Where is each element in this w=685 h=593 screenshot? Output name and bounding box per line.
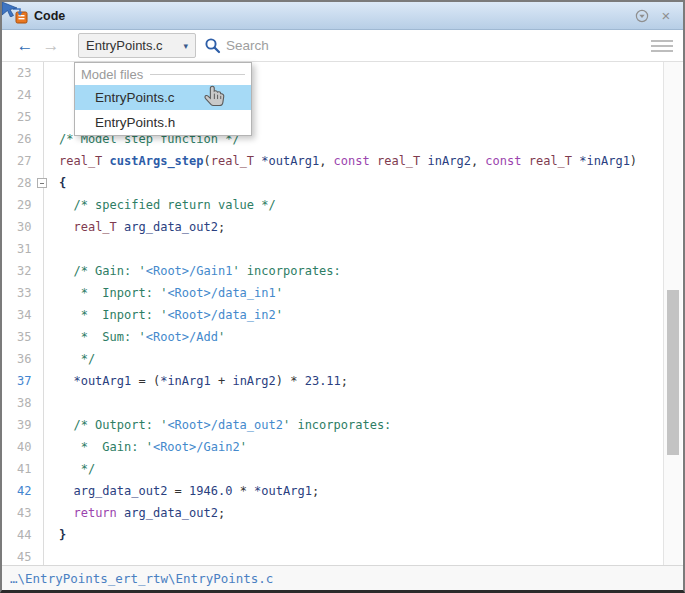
- hamburger-menu-icon[interactable]: [651, 37, 673, 55]
- code-line: 38: [2, 392, 683, 414]
- code-text[interactable]: */: [43, 458, 95, 480]
- line-number: 23: [2, 62, 43, 84]
- dropdown-group-label: Model files: [81, 67, 143, 82]
- code-text[interactable]: [43, 84, 59, 106]
- code-editor: 23242526/* Model step function */27real_…: [2, 62, 683, 565]
- code-line: 29 /* specified return value */: [2, 194, 683, 216]
- line-number: 25: [2, 106, 43, 128]
- code-line: 30 real_T arg_data_out2;: [2, 216, 683, 238]
- code-text[interactable]: * Gain: '<Root>/Gain2': [43, 436, 247, 458]
- line-number: 35: [2, 326, 43, 348]
- code-line: 41 */: [2, 458, 683, 480]
- code-text[interactable]: [43, 546, 59, 565]
- code-line: 43 return arg_data_out2;: [2, 502, 683, 524]
- line-number: 44: [2, 524, 43, 546]
- line-number: 39: [2, 414, 43, 436]
- file-dropdown-menu: Model files EntryPoints.cEntryPoints.h: [74, 62, 252, 136]
- code-line: 40 * Gain: '<Root>/Gain2': [2, 436, 683, 458]
- vertical-scrollbar[interactable]: [663, 62, 682, 565]
- line-number: 26: [2, 128, 43, 150]
- code-text[interactable]: /* specified return value */: [43, 194, 276, 216]
- file-path[interactable]: …\EntryPoints_ert_rtw\EntryPoints.c: [10, 571, 273, 586]
- dropdown-header-rule: [150, 74, 245, 75]
- code-text[interactable]: [43, 106, 59, 128]
- code-line: 31: [2, 238, 683, 260]
- fold-collapse-icon[interactable]: [37, 178, 47, 188]
- code-text[interactable]: }: [43, 524, 66, 546]
- code-line: 37 *outArg1 = (*inArg1 + inArg2) * 23.11…: [2, 370, 683, 392]
- code-line: 35 * Sum: '<Root>/Add': [2, 326, 683, 348]
- line-number: 34: [2, 304, 43, 326]
- search-input[interactable]: [226, 38, 376, 53]
- scrollbar-thumb[interactable]: [667, 290, 679, 455]
- line-number: 33: [2, 282, 43, 304]
- mouse-cursor-arrow: [2, 2, 18, 17]
- code-panel-window: Code × ← → EntryPoints.c ▾: [0, 0, 685, 593]
- line-number: 29: [2, 194, 43, 216]
- toolbar: ← → EntryPoints.c ▾: [2, 30, 683, 62]
- titlebar: Code ×: [2, 2, 683, 30]
- line-number: 27: [2, 150, 43, 172]
- code-text[interactable]: real_T arg_data_out2;: [43, 216, 225, 238]
- line-number: 45: [2, 546, 43, 565]
- code-line: 42 arg_data_out2 = 1946.0 * *outArg1;: [2, 480, 683, 502]
- dock-menu-icon[interactable]: [633, 7, 651, 25]
- code-line: 27real_T custArgs_step(real_T *outArg1, …: [2, 150, 683, 172]
- line-number: 31: [2, 238, 43, 260]
- line-number: 24: [2, 84, 43, 106]
- line-number: 32: [2, 260, 43, 282]
- hand-cursor-icon: [203, 85, 227, 112]
- close-icon[interactable]: ×: [657, 7, 675, 25]
- search-icon[interactable]: [204, 37, 221, 54]
- chevron-down-icon: ▾: [183, 41, 188, 51]
- dropdown-group-header: Model files: [75, 63, 251, 85]
- line-number: 38: [2, 392, 43, 414]
- code-text[interactable]: * Inport: '<Root>/data_in2': [43, 304, 283, 326]
- code-text[interactable]: */: [43, 348, 95, 370]
- code-line: 45: [2, 546, 683, 565]
- code-line: 44}: [2, 524, 683, 546]
- code-text[interactable]: [43, 392, 59, 414]
- code-line: 32 /* Gain: '<Root>/Gain1' incorporates:: [2, 260, 683, 282]
- line-number: 37: [2, 370, 43, 392]
- code-text[interactable]: [43, 62, 59, 84]
- code-text[interactable]: [43, 238, 59, 260]
- line-number: 40: [2, 436, 43, 458]
- line-number: 41: [2, 458, 43, 480]
- line-number: 30: [2, 216, 43, 238]
- code-line: 36 */: [2, 348, 683, 370]
- code-text[interactable]: *outArg1 = (*inArg1 + inArg2) * 23.11;: [43, 370, 348, 392]
- code-line: 34 * Inport: '<Root>/data_in2': [2, 304, 683, 326]
- line-number: 36: [2, 348, 43, 370]
- code-line: 28{: [2, 172, 683, 194]
- statusbar: …\EntryPoints_ert_rtw\EntryPoints.c: [2, 565, 683, 591]
- line-number: 42: [2, 480, 43, 502]
- forward-arrow-icon[interactable]: →: [38, 37, 64, 54]
- code-text[interactable]: return arg_data_out2;: [43, 502, 225, 524]
- code-text[interactable]: arg_data_out2 = 1946.0 * *outArg1;: [43, 480, 319, 502]
- file-selector-dropdown[interactable]: EntryPoints.c ▾: [78, 33, 196, 58]
- back-arrow-icon[interactable]: ←: [12, 37, 38, 54]
- line-number: 43: [2, 502, 43, 524]
- code-line: 33 * Inport: '<Root>/data_in1': [2, 282, 683, 304]
- dropdown-item-EntryPoints.h[interactable]: EntryPoints.h: [75, 110, 251, 135]
- panel-title: Code: [34, 9, 65, 23]
- code-text[interactable]: * Inport: '<Root>/data_in1': [43, 282, 283, 304]
- code-text[interactable]: /* Outport: '<Root>/data_out2' incorpora…: [43, 414, 391, 436]
- code-line: 39 /* Outport: '<Root>/data_out2' incorp…: [2, 414, 683, 436]
- code-text[interactable]: real_T custArgs_step(real_T *outArg1, co…: [43, 150, 637, 172]
- code-lines: 23242526/* Model step function */27real_…: [2, 62, 683, 565]
- code-text[interactable]: * Sum: '<Root>/Add': [43, 326, 225, 348]
- file-selector-value: EntryPoints.c: [86, 38, 183, 53]
- code-text[interactable]: /* Gain: '<Root>/Gain1' incorporates:: [43, 260, 341, 282]
